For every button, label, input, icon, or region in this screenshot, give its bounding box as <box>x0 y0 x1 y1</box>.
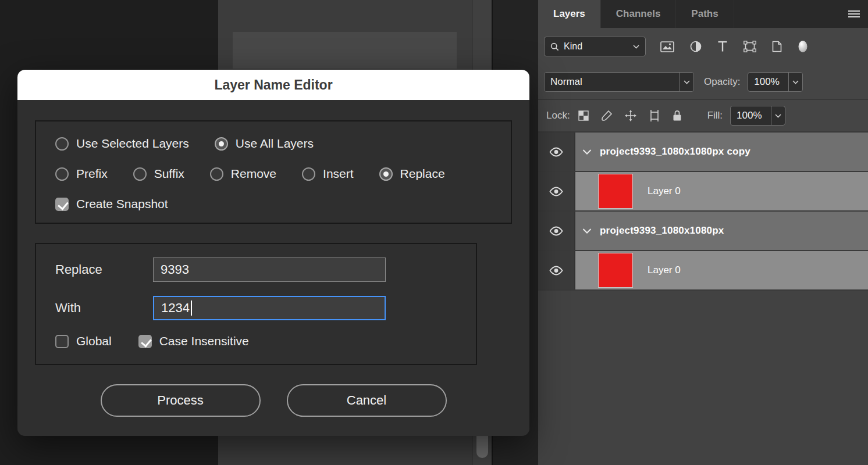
use-all-layers-radio[interactable] <box>215 137 228 151</box>
case-insensitive-checkbox[interactable] <box>138 335 152 348</box>
fill-value: 100% <box>731 110 771 121</box>
chevron-down-icon <box>771 106 785 125</box>
create-snapshot-checkbox[interactable] <box>55 198 69 211</box>
visibility-toggle[interactable] <box>538 172 575 210</box>
layer-row[interactable]: Layer 0 <box>538 172 868 212</box>
use-selected-layers-label: Use Selected Layers <box>76 137 189 151</box>
replace-radio[interactable] <box>379 167 393 181</box>
case-insensitive-option: Case Insensitive <box>138 334 249 348</box>
prefix-option: Prefix <box>55 167 108 181</box>
scope-options-row: Use Selected Layers Use All Layers <box>55 128 511 159</box>
filter-kind-label: Kind <box>564 41 582 52</box>
visibility-toggle[interactable] <box>538 251 575 289</box>
adjustment-filter-icon[interactable] <box>690 41 702 52</box>
with-field-label: With <box>55 301 153 316</box>
tab-paths-label: Paths <box>691 8 718 20</box>
lock-pixels-icon[interactable] <box>601 110 613 121</box>
layer-group-row[interactable]: project9393_1080x1080px <box>538 212 868 251</box>
chevron-down-icon <box>680 73 693 91</box>
global-label: Global <box>76 334 112 348</box>
mode-options-row: Prefix Suffix Remove Insert <box>55 159 511 189</box>
use-selected-layers-radio[interactable] <box>55 137 69 151</box>
tab-channels[interactable]: Channels <box>601 0 677 28</box>
lock-label: Lock: <box>546 110 570 121</box>
eye-icon <box>549 266 564 276</box>
document-canvas <box>233 32 457 69</box>
filter-toggle-icon[interactable] <box>798 40 808 53</box>
fill-dropdown[interactable]: 100% <box>730 106 785 126</box>
tab-layers[interactable]: Layers <box>538 0 601 28</box>
opacity-label: Opacity: <box>704 76 740 88</box>
group-expand-chevron-icon[interactable] <box>582 149 592 155</box>
replace-option: Replace <box>379 167 445 181</box>
cancel-button[interactable]: Cancel <box>287 384 447 417</box>
dialog-body: Use Selected Layers Use All Layers Prefi… <box>17 100 529 436</box>
lock-icons <box>578 110 682 121</box>
layer-name[interactable]: Layer 0 <box>648 264 681 276</box>
lock-all-icon[interactable] <box>673 110 682 121</box>
type-filter-icon[interactable] <box>717 41 728 52</box>
layer-name[interactable]: Layer 0 <box>648 185 681 197</box>
process-button[interactable]: Process <box>101 384 261 417</box>
layer-group-name[interactable]: project9393_1080x1080px <box>600 225 724 237</box>
suffix-label: Suffix <box>154 167 184 181</box>
text-caret <box>191 301 192 316</box>
panel-tab-bar: Layers Channels Paths <box>538 0 868 28</box>
replace-options-row: Global Case Insensitive <box>55 334 476 348</box>
fill-label: Fill: <box>707 110 723 121</box>
insert-radio[interactable] <box>302 167 315 181</box>
suffix-radio[interactable] <box>133 167 147 181</box>
tab-layers-label: Layers <box>553 8 585 20</box>
layer-name-editor-dialog: Layer Name Editor Use Selected Layers Us… <box>17 70 529 436</box>
blend-mode-dropdown[interactable]: Normal <box>544 72 694 92</box>
with-input-value: 1234 <box>161 301 190 316</box>
remove-radio[interactable] <box>210 167 223 181</box>
lock-artboard-icon[interactable] <box>649 110 660 121</box>
filter-kind-dropdown[interactable]: Kind <box>544 37 646 56</box>
panel-menu-button[interactable] <box>840 0 868 28</box>
group-expand-chevron-icon[interactable] <box>582 228 592 234</box>
insert-label: Insert <box>323 167 354 181</box>
lock-position-icon[interactable] <box>625 110 636 121</box>
global-option: Global <box>55 334 112 348</box>
layer-thumbnail[interactable] <box>599 253 632 287</box>
layer-filter-row: Kind <box>538 28 868 65</box>
global-checkbox[interactable] <box>55 335 69 348</box>
replace-label: Replace <box>400 167 445 181</box>
lock-transparency-icon[interactable] <box>578 110 589 121</box>
insert-option: Insert <box>302 167 354 181</box>
image-filter-icon[interactable] <box>660 41 674 52</box>
smart-object-filter-icon[interactable] <box>772 41 782 52</box>
layer-group-row[interactable]: project9393_1080x1080px copy <box>538 133 868 172</box>
chevron-down-icon <box>633 45 639 49</box>
create-snapshot-option: Create Snapshot <box>55 197 168 211</box>
use-all-layers-label: Use All Layers <box>236 137 314 151</box>
eye-icon <box>549 147 564 157</box>
tab-paths[interactable]: Paths <box>676 0 734 28</box>
replace-field-row: Replace 9393 <box>55 257 476 282</box>
blend-mode-value: Normal <box>545 76 680 88</box>
search-icon <box>550 42 559 51</box>
layer-row[interactable]: Layer 0 <box>538 251 868 291</box>
options-groupbox: Use Selected Layers Use All Layers Prefi… <box>35 120 512 224</box>
with-field-row: With 1234 <box>55 296 476 320</box>
visibility-toggle[interactable] <box>538 212 575 250</box>
tab-channels-label: Channels <box>616 8 661 20</box>
dialog-title-bar[interactable]: Layer Name Editor <box>17 70 529 100</box>
with-input[interactable]: 1234 <box>153 296 386 320</box>
layer-thumbnail[interactable] <box>599 174 632 208</box>
suffix-option: Suffix <box>133 167 184 181</box>
opacity-value: 100% <box>748 76 788 88</box>
eye-icon <box>549 187 564 196</box>
layers-panel: Layers Channels Paths Kind <box>538 0 868 465</box>
visibility-toggle[interactable] <box>538 133 575 171</box>
replace-input[interactable]: 9393 <box>153 257 386 282</box>
shape-filter-icon[interactable] <box>744 41 756 52</box>
remove-label: Remove <box>231 167 276 181</box>
prefix-radio[interactable] <box>55 167 69 181</box>
opacity-dropdown[interactable]: 100% <box>748 72 803 92</box>
layer-group-name[interactable]: project9393_1080x1080px copy <box>600 146 750 158</box>
create-snapshot-label: Create Snapshot <box>76 197 168 211</box>
tab-bar-spacer <box>734 0 840 28</box>
use-all-layers-option: Use All Layers <box>215 137 314 151</box>
